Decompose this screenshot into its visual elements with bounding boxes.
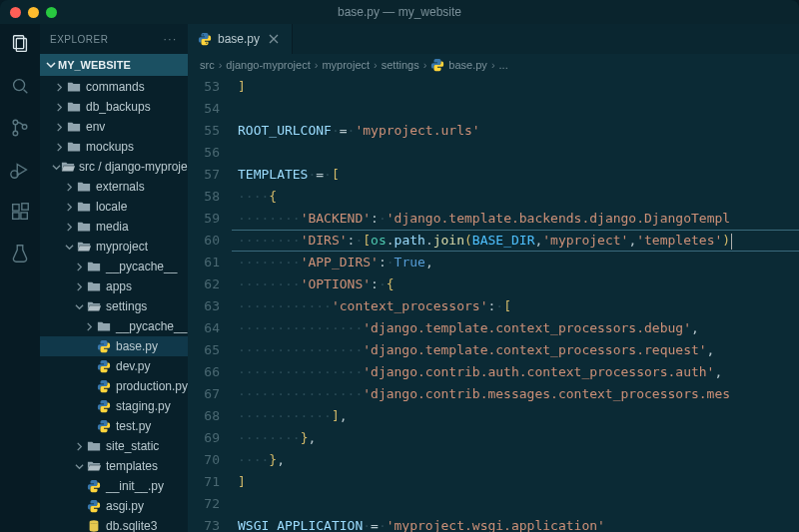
tree-folder[interactable]: settings: [40, 296, 188, 316]
code-line[interactable]: ················'django.template.context…: [238, 317, 799, 339]
tree-file[interactable]: __init__.py: [40, 476, 188, 496]
chevron-right-icon: [72, 263, 86, 271]
extensions-activity-icon[interactable]: [8, 200, 32, 224]
code-line[interactable]: ····},: [238, 449, 799, 471]
tree-node-label: db_backups: [86, 100, 151, 114]
python-file-icon: [96, 358, 112, 374]
code-line[interactable]: ········'BACKEND':·'django.template.back…: [238, 208, 799, 230]
tree-node-label: commands: [86, 80, 145, 94]
svg-rect-9: [21, 213, 27, 219]
chevron-right-icon: [52, 143, 66, 152]
tree-folder[interactable]: db_backups: [40, 97, 188, 117]
tree-folder[interactable]: commands: [40, 77, 188, 97]
breadcrumb-item[interactable]: settings: [382, 59, 419, 71]
minimize-window-button[interactable]: [28, 7, 39, 18]
code-line[interactable]: WSGI_APPLICATION·=·'myproject.wsgi.appli…: [238, 515, 799, 532]
tree-file[interactable]: base.py: [40, 336, 188, 356]
code-line[interactable]: ················'django.contrib.messages…: [238, 383, 799, 405]
tree-folder[interactable]: locale: [40, 197, 188, 217]
test-activity-icon[interactable]: [8, 242, 32, 266]
code-line[interactable]: ]: [238, 471, 799, 493]
tree-node-label: site_static: [106, 439, 159, 453]
tree-file[interactable]: test.py: [40, 416, 188, 436]
code-line[interactable]: ················'django.template.context…: [238, 339, 799, 361]
folder-icon: [86, 458, 102, 474]
tree-file[interactable]: dev.py: [40, 356, 188, 376]
code-line[interactable]: ········'APP_DIRS':·True,: [238, 252, 799, 273]
tree-folder[interactable]: __pycache__: [40, 316, 188, 336]
folder-icon: [76, 179, 92, 195]
code-line[interactable]: ················'django.contrib.auth.con…: [238, 361, 799, 383]
chevron-right-icon: [52, 83, 66, 92]
explorer-activity-icon[interactable]: [8, 32, 32, 56]
svg-rect-1: [16, 39, 26, 52]
code-line[interactable]: ············'context_processors':·[: [238, 295, 799, 317]
code-editor[interactable]: 5354555657585960616263646566676869707172…: [188, 76, 799, 532]
breadcrumb-item[interactable]: base.py: [430, 58, 487, 72]
tree-node-label: templates: [106, 459, 158, 473]
chevron-down-icon: [62, 243, 76, 252]
code-line[interactable]: [238, 98, 799, 120]
folder-icon: [86, 298, 102, 314]
tree-folder[interactable]: env: [40, 117, 188, 137]
breadcrumb-separator: ›: [423, 59, 427, 71]
tree-file[interactable]: staging.py: [40, 396, 188, 416]
editor-tab[interactable]: base.py: [188, 24, 293, 54]
tree-node-label: dev.py: [116, 359, 150, 373]
tree-folder[interactable]: media: [40, 217, 188, 237]
code-line[interactable]: ····{: [238, 186, 799, 208]
breadcrumbs[interactable]: src›django-myproject›myproject›settings›…: [188, 54, 799, 76]
folder-icon: [66, 99, 82, 115]
line-number-gutter: 5354555657585960616263646566676869707172…: [188, 76, 232, 532]
svg-point-4: [13, 131, 18, 136]
code-line[interactable]: ············],: [238, 405, 799, 427]
tree-node-label: asgi.py: [106, 499, 144, 513]
code-line[interactable]: ········'DIRS':·[os.path.join(BASE_DIR,'…: [238, 230, 799, 252]
folder-icon: [86, 278, 102, 294]
code-line[interactable]: ]: [238, 76, 799, 98]
tree-folder[interactable]: myproject: [40, 237, 188, 257]
explorer-sidebar: EXPLORER ··· MY_WEBSITE commandsdb_backu…: [40, 24, 188, 532]
code-line[interactable]: ROOT_URLCONF·=·'myproject.urls': [238, 120, 799, 142]
tree-folder[interactable]: site_static: [40, 436, 188, 456]
explorer-root-row[interactable]: MY_WEBSITE: [40, 54, 188, 76]
explorer-more-icon[interactable]: ···: [164, 34, 178, 45]
chevron-right-icon: [72, 282, 86, 291]
folder-icon: [76, 219, 92, 235]
tree-folder[interactable]: templates: [40, 456, 188, 476]
code-line[interactable]: ········'OPTIONS':·{: [238, 273, 799, 295]
breadcrumb-item[interactable]: ...: [499, 59, 508, 71]
tree-folder[interactable]: apps: [40, 276, 188, 296]
folder-icon: [66, 119, 82, 135]
close-window-button[interactable]: [10, 7, 21, 18]
tree-node-label: production.py: [116, 379, 188, 393]
code-line[interactable]: [238, 142, 799, 164]
folder-icon: [86, 438, 102, 454]
code-line[interactable]: [238, 493, 799, 515]
tree-folder[interactable]: externals: [40, 177, 188, 197]
debug-activity-icon[interactable]: [8, 158, 32, 182]
svg-point-3: [13, 120, 18, 125]
folder-icon: [66, 139, 82, 155]
zoom-window-button[interactable]: [46, 7, 57, 18]
code-line[interactable]: TEMPLATES·=·[: [238, 164, 799, 186]
tree-folder[interactable]: src / django-myproject: [40, 157, 188, 177]
chevron-down-icon: [52, 163, 61, 172]
close-tab-icon[interactable]: [266, 31, 282, 47]
tree-folder[interactable]: __pycache__: [40, 257, 188, 276]
svg-point-11: [90, 520, 99, 524]
python-file-icon: [96, 418, 112, 434]
code-line[interactable]: ········},: [238, 427, 799, 449]
chevron-down-icon: [72, 462, 86, 471]
tree-folder[interactable]: mockups: [40, 137, 188, 157]
tree-file[interactable]: production.py: [40, 376, 188, 396]
tree-node-label: apps: [106, 279, 132, 293]
breadcrumb-item[interactable]: myproject: [322, 59, 370, 71]
breadcrumb-item[interactable]: django-myproject: [226, 59, 310, 71]
scm-activity-icon[interactable]: [8, 116, 32, 140]
tree-file[interactable]: db.sqlite3: [40, 516, 188, 532]
breadcrumb-item[interactable]: src: [200, 59, 215, 71]
code-content[interactable]: ]ROOT_URLCONF·=·'myproject.urls'TEMPLATE…: [232, 76, 799, 532]
tree-file[interactable]: asgi.py: [40, 496, 188, 516]
search-activity-icon[interactable]: [8, 74, 32, 98]
